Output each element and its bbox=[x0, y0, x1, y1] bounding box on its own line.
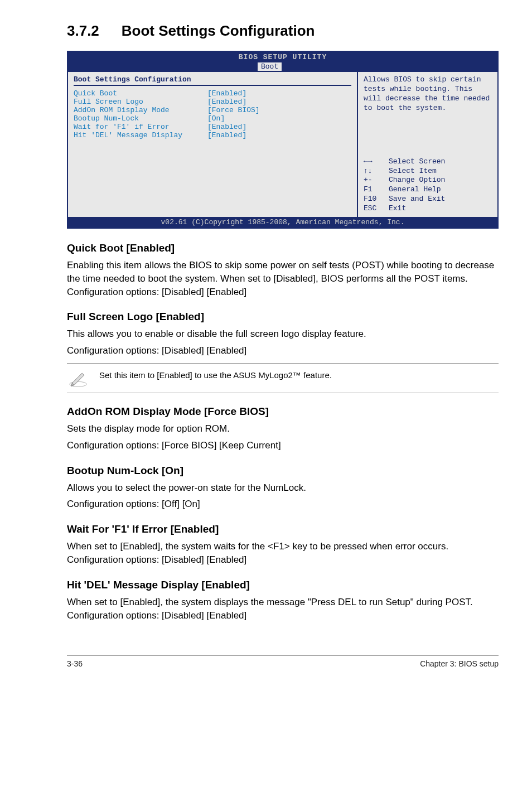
bios-title: BIOS SETUP UTILITY bbox=[68, 52, 497, 62]
nav-row: ↑↓Select Item bbox=[364, 167, 492, 176]
subhead-quick-boot: Quick Boot [Enabled] bbox=[67, 242, 499, 254]
subhead-hit-del: Hit 'DEL' Message Display [Enabled] bbox=[67, 579, 499, 591]
bios-footer: v02.61 (C)Copyright 1985-2008, American … bbox=[68, 217, 497, 228]
bios-item-quick-boot[interactable]: Quick Boot [Enabled] bbox=[74, 89, 351, 98]
body-bootup-1: Allows you to select the power-on state … bbox=[67, 481, 499, 495]
nav-desc: Save and Exit bbox=[389, 195, 445, 204]
subhead-full-screen: Full Screen Logo [Enabled] bbox=[67, 311, 499, 323]
nav-key-arrows-ud-icon: ↑↓ bbox=[364, 167, 389, 176]
pencil-icon bbox=[67, 368, 89, 388]
section-heading: 3.7.2Boot Settings Configuration bbox=[67, 22, 499, 40]
body-hit-del: When set to [Enabled], the system displa… bbox=[67, 596, 499, 622]
page-number: 3-36 bbox=[67, 659, 83, 668]
body-addon-2: Configuration options: [Force BIOS] [Kee… bbox=[67, 439, 499, 452]
subhead-wait-f1: Wait For 'F1' If Error [Enabled] bbox=[67, 523, 499, 535]
bios-item-label: Bootup Num-Lock bbox=[74, 114, 207, 123]
bios-item-label: Full Screen Logo bbox=[74, 98, 207, 106]
bios-item-value: [Enabled] bbox=[207, 123, 351, 131]
note-text: Set this item to [Enabled] to use the AS… bbox=[99, 368, 332, 380]
bios-item-full-screen-logo[interactable]: Full Screen Logo [Enabled] bbox=[74, 98, 351, 106]
bios-item-value: [Enabled] bbox=[207, 98, 351, 106]
bios-item-label: AddOn ROM Display Mode bbox=[74, 106, 207, 114]
nav-key-arrows-lr-icon: ←→ bbox=[364, 157, 389, 167]
body-wait-f1: When set to [Enabled], the system waits … bbox=[67, 540, 499, 567]
bios-item-label: Wait for 'F1' if Error bbox=[74, 123, 207, 131]
body-addon-1: Sets the display mode for option ROM. bbox=[67, 422, 499, 436]
bios-item-hit-del[interactable]: Hit 'DEL' Message Display [Enabled] bbox=[74, 131, 351, 139]
bios-screenshot: BIOS SETUP UTILITY Boot Boot Settings Co… bbox=[67, 51, 499, 229]
bios-nav-keys: ←→Select Screen ↑↓Select Item +-Change O… bbox=[364, 157, 492, 214]
section-title: Boot Settings Configuration bbox=[122, 22, 315, 39]
nav-key-f10: F10 bbox=[364, 195, 389, 204]
nav-row: ←→Select Screen bbox=[364, 157, 492, 167]
nav-key-esc: ESC bbox=[364, 204, 389, 214]
bios-item-value: [On] bbox=[207, 114, 351, 123]
bios-item-wait-f1[interactable]: Wait for 'F1' if Error [Enabled] bbox=[74, 123, 351, 131]
bios-item-bootup-numlock[interactable]: Bootup Num-Lock [On] bbox=[74, 114, 351, 123]
nav-desc: Exit bbox=[389, 204, 406, 214]
nav-row: F10Save and Exit bbox=[364, 195, 492, 204]
bios-item-value: [Enabled] bbox=[207, 131, 351, 139]
bios-help-text: Allows BIOS to skip certain tests while … bbox=[364, 75, 492, 113]
nav-key-plusminus: +- bbox=[364, 176, 389, 185]
body-bootup-2: Configuration options: [Off] [On] bbox=[67, 497, 499, 511]
nav-row: ESCExit bbox=[364, 204, 492, 214]
nav-row: F1General Help bbox=[364, 185, 492, 195]
nav-desc: Change Option bbox=[389, 176, 445, 185]
nav-desc: General Help bbox=[389, 185, 441, 195]
bios-item-label: Quick Boot bbox=[74, 89, 207, 98]
bios-tab-boot[interactable]: Boot bbox=[258, 62, 282, 71]
nav-row: +-Change Option bbox=[364, 176, 492, 185]
bios-tab-bar: Boot bbox=[68, 62, 497, 72]
bios-item-label: Hit 'DEL' Message Display bbox=[74, 131, 207, 139]
body-quick-boot: Enabling this item allows the BIOS to sk… bbox=[67, 259, 499, 298]
nav-key-f1: F1 bbox=[364, 185, 389, 195]
bios-help-pane: Allows BIOS to skip certain tests while … bbox=[358, 72, 497, 217]
section-number: 3.7.2 bbox=[67, 22, 99, 40]
svg-marker-1 bbox=[72, 373, 84, 385]
bios-settings-pane: Boot Settings Configuration Quick Boot [… bbox=[68, 72, 358, 217]
subhead-addon: AddOn ROM Display Mode [Force BIOS] bbox=[67, 405, 499, 418]
bios-item-value: [Enabled] bbox=[207, 89, 351, 98]
nav-desc: Select Item bbox=[389, 167, 437, 176]
bios-settings-heading: Boot Settings Configuration bbox=[74, 75, 351, 86]
body-full-screen-1: This allows you to enable or disable the… bbox=[67, 327, 499, 341]
bios-item-value: [Force BIOS] bbox=[207, 106, 351, 114]
bios-item-addon-rom[interactable]: AddOn ROM Display Mode [Force BIOS] bbox=[74, 106, 351, 114]
note-block: Set this item to [Enabled] to use the AS… bbox=[67, 363, 499, 393]
page-footer: 3-36 Chapter 3: BIOS setup bbox=[67, 655, 499, 668]
subhead-bootup: Bootup Num-Lock [On] bbox=[67, 465, 499, 477]
body-full-screen-2: Configuration options: [Disabled] [Enabl… bbox=[67, 344, 499, 357]
nav-desc: Select Screen bbox=[389, 157, 445, 167]
chapter-label: Chapter 3: BIOS setup bbox=[420, 659, 499, 668]
